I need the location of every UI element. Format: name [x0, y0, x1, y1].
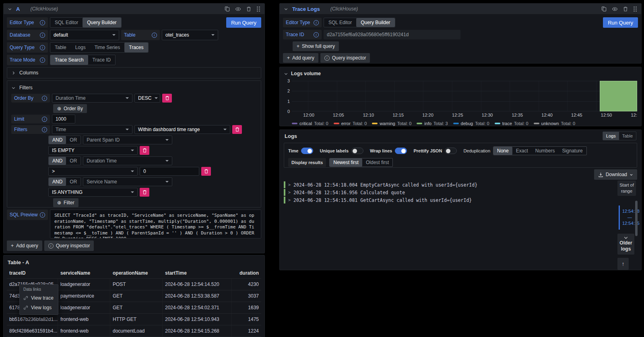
view-logs-option[interactable]: Logs: [603, 132, 619, 140]
newest-first-option[interactable]: Newest first: [330, 158, 362, 166]
query-inspector-button[interactable]: iQuery inspector: [44, 240, 94, 251]
download-button[interactable]: Download: [594, 169, 637, 180]
prettify-json-switch[interactable]: [445, 148, 457, 154]
info-icon[interactable]: i: [40, 45, 45, 50]
remove-order-by-button[interactable]: [162, 94, 172, 103]
dedup-signature[interactable]: Signature: [558, 147, 586, 155]
add-query-button[interactable]: +Add query: [283, 53, 318, 63]
and-option[interactable]: AND: [49, 136, 66, 144]
legend-item-debug[interactable]: debugTotal: 0: [453, 121, 489, 126]
and-option[interactable]: AND: [49, 178, 66, 186]
chevron-down-icon[interactable]: [8, 7, 12, 11]
info-icon[interactable]: i: [42, 127, 47, 132]
legend-item-unknown[interactable]: unknownTotal: 0: [534, 121, 576, 126]
log-minimap-range-bar[interactable]: [619, 205, 620, 230]
trace-id-input[interactable]: d2a7155ef6a928a05680e5ff6190241d: [324, 30, 460, 39]
run-query-button[interactable]: Run Query: [226, 17, 261, 28]
dedup-none[interactable]: None: [493, 147, 512, 155]
filter-field-select[interactable]: Service Name: [83, 177, 172, 186]
wrap-lines-switch[interactable]: [395, 148, 407, 154]
info-logs-bar[interactable]: [600, 81, 637, 111]
order-by-direction-select[interactable]: DESC: [134, 94, 160, 103]
query-type-table[interactable]: Table: [50, 43, 71, 52]
info-icon[interactable]: i: [42, 117, 47, 122]
view-table-option[interactable]: Table: [619, 132, 636, 140]
column-header[interactable]: traceID: [7, 268, 58, 278]
info-icon[interactable]: i: [40, 212, 45, 218]
run-query-button[interactable]: Run Query: [603, 17, 638, 28]
filters-section-header[interactable]: Filters: [11, 84, 257, 91]
duplicate-icon[interactable]: [601, 6, 607, 12]
filter-operator-select[interactable]: >: [48, 167, 138, 176]
scroll-to-top-button[interactable]: ↑: [617, 258, 629, 270]
remove-filter-button[interactable]: [140, 146, 149, 155]
legend-item-info[interactable]: infoTotal: 3: [417, 121, 448, 126]
legend-item-warning[interactable]: warningTotal: 0: [372, 121, 411, 126]
editor-type-query-builder[interactable]: Query Builder: [356, 18, 394, 27]
filter-field-select[interactable]: Duration Time: [83, 156, 172, 165]
database-select[interactable]: default: [50, 30, 119, 40]
query-type-time-series[interactable]: Time Series: [90, 43, 125, 52]
legend-item-error[interactable]: errorTotal: 0: [334, 121, 367, 126]
trash-icon[interactable]: [623, 6, 628, 12]
query-type-traces[interactable]: Traces: [124, 43, 148, 52]
order-by-field-select[interactable]: Duration Time: [52, 94, 132, 103]
plot-area[interactable]: [292, 81, 637, 111]
add-order-by-button[interactable]: ⊕Order By: [53, 104, 87, 113]
expand-chevron-icon[interactable]: >: [288, 198, 291, 202]
trace-id-link[interactable]: bb5167b236bfa82d1...: [7, 313, 58, 325]
info-icon[interactable]: i: [314, 32, 319, 37]
or-option[interactable]: OR: [66, 157, 80, 165]
logs-volume-header[interactable]: Logs volume: [284, 70, 637, 78]
chevron-down-icon[interactable]: [284, 7, 288, 11]
show-full-query-button[interactable]: +Show full query: [293, 41, 339, 51]
legend-item-critical[interactable]: criticalTotal: 0: [292, 121, 328, 126]
column-header[interactable]: operationName: [110, 268, 163, 278]
view-trace-link[interactable]: View trace: [20, 293, 58, 303]
dedup-numbers[interactable]: Numbers: [532, 147, 559, 155]
trash-icon[interactable]: [246, 6, 251, 12]
filter-field-select[interactable]: Time: [52, 125, 132, 134]
expand-chevron-icon[interactable]: >: [288, 183, 291, 187]
or-option[interactable]: OR: [66, 136, 80, 144]
filter-operator-select[interactable]: IS EMPTY: [48, 146, 138, 155]
column-header[interactable]: startTime: [163, 268, 232, 278]
editor-type-sql-editor[interactable]: SQL Editor: [50, 18, 83, 27]
limit-input[interactable]: 1000: [52, 115, 75, 123]
filter-value-input[interactable]: 0: [140, 167, 199, 176]
drag-handle-icon[interactable]: [633, 6, 637, 12]
duplicate-icon[interactable]: [225, 6, 230, 12]
query-inspector-button[interactable]: iQuery inspector: [320, 53, 370, 63]
editor-type-query-builder[interactable]: Query Builder: [83, 18, 121, 27]
add-filter-button[interactable]: ⊕Filter: [53, 198, 78, 207]
remove-filter-button[interactable]: [140, 188, 149, 197]
oldest-first-option[interactable]: Oldest first: [362, 158, 392, 166]
log-row[interactable]: > 2024-06-28 12:54:15.081 GetCartAsync c…: [284, 197, 605, 203]
log-row[interactable]: > 2024-06-28 12:54:18.004 EmptyCartAsync…: [284, 181, 605, 188]
columns-section-header[interactable]: Columns: [7, 68, 261, 78]
editor-type-sql-editor[interactable]: SQL Editor: [324, 18, 356, 27]
view-logs-link[interactable]: View logs: [20, 303, 58, 312]
query-type-logs[interactable]: Logs: [71, 43, 90, 52]
log-row[interactable]: > 2024-06-28 12:54:16.956 Calculated quo…: [284, 189, 605, 196]
info-icon[interactable]: i: [40, 20, 45, 25]
legend-item-trace[interactable]: traceTotal: 0: [495, 121, 528, 126]
remove-filter-button[interactable]: [232, 125, 242, 134]
add-query-button[interactable]: +Add query: [7, 240, 42, 251]
dedup-exact[interactable]: Exact: [512, 147, 532, 155]
eye-icon[interactable]: [235, 6, 241, 12]
remove-filter-button[interactable]: [201, 167, 211, 176]
drag-handle-icon[interactable]: [256, 6, 260, 12]
unique-labels-switch[interactable]: [351, 148, 363, 154]
filter-field-select[interactable]: Parent Span ID: [83, 136, 172, 144]
trace-id-link[interactable]: 89cf4286e631591b4...: [7, 325, 58, 337]
info-icon[interactable]: i: [40, 33, 45, 38]
expand-chevron-icon[interactable]: >: [288, 190, 291, 195]
column-header[interactable]: serviceName: [58, 268, 110, 278]
table-select[interactable]: otel_traces: [162, 30, 218, 40]
trace-mode-id[interactable]: Trace ID: [88, 55, 116, 65]
and-option[interactable]: AND: [49, 157, 66, 165]
or-option[interactable]: OR: [66, 178, 80, 186]
older-logs-button[interactable]: Older logs: [617, 234, 634, 255]
log-minimap-scrollbar[interactable]: [635, 201, 638, 236]
